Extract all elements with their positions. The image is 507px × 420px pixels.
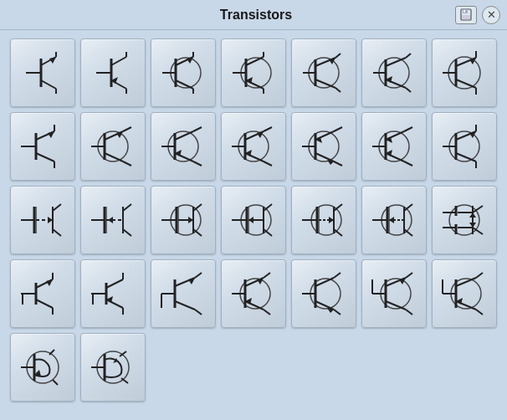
list-item[interactable] (80, 259, 146, 328)
svg-line-184 (36, 300, 53, 308)
svg-line-72 (123, 161, 131, 166)
list-item[interactable] (291, 38, 356, 107)
svg-line-41 (335, 88, 341, 92)
svg-line-130 (123, 229, 131, 236)
svg-line-48 (406, 54, 411, 58)
svg-line-212 (264, 310, 270, 315)
list-item[interactable] (10, 333, 75, 402)
list-item[interactable] (361, 38, 427, 107)
list-item[interactable] (361, 259, 427, 328)
svg-line-244 (53, 380, 58, 385)
svg-line-129 (123, 204, 131, 211)
svg-marker-131 (108, 217, 113, 223)
svg-marker-199 (188, 278, 195, 284)
list-item[interactable] (291, 112, 356, 181)
list-item[interactable] (80, 333, 146, 402)
svg-line-88 (264, 127, 272, 131)
list-item[interactable] (151, 186, 216, 254)
svg-line-219 (334, 273, 341, 278)
list-item[interactable] (432, 112, 497, 181)
list-item[interactable] (221, 259, 286, 328)
list-item[interactable] (10, 112, 75, 181)
list-item[interactable] (151, 259, 216, 328)
svg-line-62 (36, 153, 54, 161)
svg-line-106 (404, 127, 412, 131)
title-bar: Transistors ✕ (0, 0, 507, 30)
list-item[interactable] (151, 38, 216, 107)
svg-line-201 (195, 273, 202, 278)
svg-line-97 (334, 127, 342, 131)
svg-line-79 (193, 127, 202, 131)
svg-line-236 (476, 273, 483, 278)
svg-line-228 (406, 310, 412, 315)
list-item[interactable] (361, 112, 427, 181)
svg-line-8 (41, 80, 56, 89)
svg-rect-2 (462, 15, 470, 19)
svg-line-237 (476, 310, 483, 315)
svg-line-121 (53, 204, 61, 211)
list-item[interactable] (221, 112, 286, 181)
svg-rect-3 (463, 10, 465, 13)
close-button[interactable]: ✕ (482, 6, 500, 24)
list-item[interactable] (291, 186, 356, 254)
svg-line-55 (456, 79, 476, 88)
svg-line-98 (334, 161, 342, 166)
window-title: Transistors (57, 8, 455, 23)
save-button[interactable] (455, 6, 477, 24)
transistor-grid (0, 30, 507, 410)
svg-line-49 (406, 88, 411, 92)
list-item[interactable] (151, 112, 216, 181)
svg-line-190 (106, 279, 123, 288)
svg-line-227 (406, 273, 412, 278)
list-item[interactable] (10, 38, 75, 107)
svg-line-89 (264, 161, 272, 166)
list-item[interactable] (80, 186, 146, 254)
list-item[interactable] (80, 38, 146, 107)
list-item[interactable] (10, 186, 75, 254)
svg-point-168 (449, 205, 479, 235)
svg-line-80 (193, 161, 202, 166)
svg-line-71 (123, 127, 131, 131)
svg-line-202 (195, 310, 202, 315)
svg-line-211 (264, 273, 270, 278)
list-item[interactable] (432, 38, 497, 107)
svg-line-220 (334, 310, 341, 315)
svg-line-13 (111, 57, 126, 65)
svg-line-40 (335, 54, 341, 58)
list-item[interactable] (432, 259, 497, 328)
list-item[interactable] (10, 259, 75, 328)
list-item[interactable] (291, 259, 356, 328)
list-item[interactable] (432, 186, 497, 254)
svg-line-122 (53, 229, 61, 236)
list-item[interactable] (221, 186, 286, 254)
svg-line-200 (175, 301, 195, 310)
list-item[interactable] (361, 186, 427, 254)
svg-marker-149 (248, 217, 254, 223)
svg-marker-167 (389, 217, 394, 223)
list-item[interactable] (221, 38, 286, 107)
svg-line-107 (404, 161, 412, 166)
list-item[interactable] (80, 112, 146, 181)
